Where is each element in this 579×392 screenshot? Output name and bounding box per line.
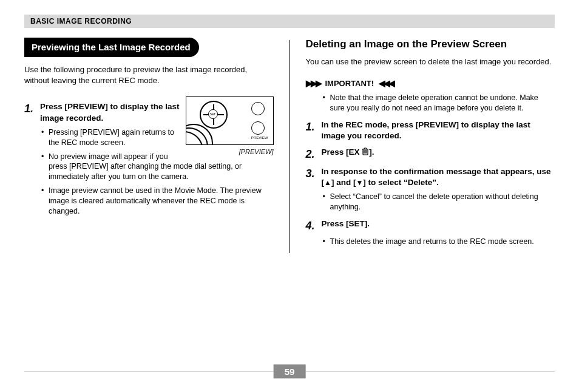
step-number: 1.: [306, 120, 322, 141]
step-text: Press [EX ].: [322, 147, 555, 161]
left-column: Previewing the Last Image Recorded Use t…: [24, 38, 290, 253]
right-step-2: 2. Press [EX ].: [306, 147, 555, 161]
section-header: BASIC IMAGE RECORDING: [24, 15, 555, 28]
step-text: Press [SET].: [322, 218, 555, 233]
list-item: Note that the image delete operation can…: [323, 93, 555, 113]
list-item: This deletes the image and returns to th…: [323, 237, 555, 247]
chevron-left-icon: ◀◀◀: [379, 78, 393, 89]
list-item: No preview image will appear if you pres…: [41, 152, 274, 183]
page-number: 59: [274, 365, 306, 379]
right-intro-text: You can use the preview screen to delete…: [306, 56, 555, 67]
right-step-4-bullets: This deletes the image and returns to th…: [323, 237, 555, 247]
trash-icon: [362, 147, 369, 155]
right-step-4: 4. Press [SET].: [306, 218, 555, 233]
list-item: Select “Cancel” to cancel the delete ope…: [323, 192, 555, 212]
manual-page: BASIC IMAGE RECORDING Previewing the Las…: [0, 0, 579, 392]
step-1-block: SET PREVIEW [PREVIEW] 1. Press [PREVIEW]…: [24, 96, 274, 222]
right-section-title: Deleting an Image on the Preview Screen: [306, 38, 555, 52]
topic-pill: Previewing the Last Image Recorded: [24, 38, 199, 57]
step-number: 3.: [306, 166, 322, 188]
step-text: In response to the confirmation message …: [322, 166, 555, 188]
left-intro-text: Use the following procedure to preview t…: [24, 64, 274, 86]
important-bullets: Note that the image delete operation can…: [323, 93, 555, 113]
right-step-3: 3. In response to the confirmation messa…: [306, 166, 555, 188]
step-number: 2.: [306, 147, 322, 161]
right-column: Deleting an Image on the Preview Screen …: [290, 38, 555, 253]
page-footer: 59: [24, 364, 555, 379]
triangle-down-icon: ▼: [356, 179, 363, 186]
chevron-right-icon: ▶▶▶: [306, 78, 320, 89]
list-item: Pressing [PREVIEW] again returns to the …: [41, 127, 274, 148]
step-number: 1.: [24, 101, 40, 123]
step-number: 4.: [306, 218, 322, 233]
set-button-graphic: SET: [208, 109, 218, 119]
right-step-3-bullets: Select “Cancel” to cancel the delete ope…: [323, 192, 555, 212]
triangle-up-icon: ▲: [324, 179, 331, 186]
list-item: Image preview cannot be used in the Movi…: [41, 186, 274, 217]
step-text: Press [PREVIEW] to display the last imag…: [40, 101, 181, 123]
two-column-layout: Previewing the Last Image Recorded Use t…: [24, 38, 555, 253]
left-step-1: 1. Press [PREVIEW] to display the last i…: [24, 101, 181, 123]
left-step-1-bullets: Pressing [PREVIEW] again returns to the …: [41, 127, 274, 217]
important-heading: ▶▶▶ IMPORTANT! ◀◀◀: [306, 78, 555, 89]
right-step-1: 1. In the REC mode, press [PREVIEW] to d…: [306, 120, 555, 141]
step-text: In the REC mode, press [PREVIEW] to disp…: [322, 120, 555, 141]
important-label: IMPORTANT!: [325, 78, 374, 89]
